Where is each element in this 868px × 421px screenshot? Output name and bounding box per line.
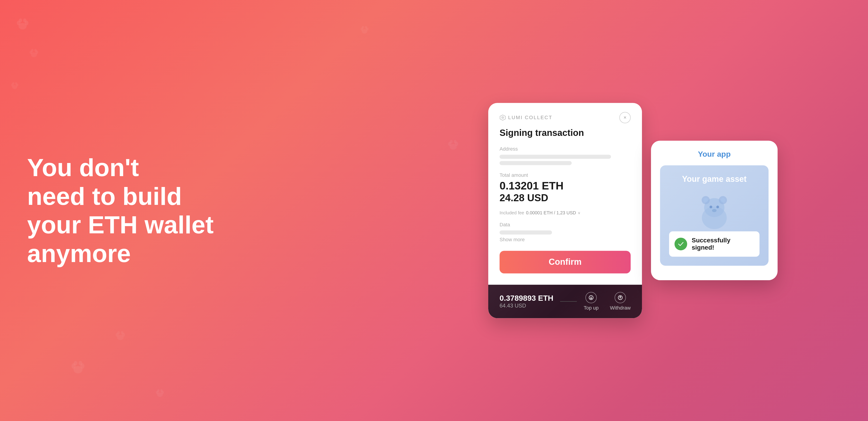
game-asset-box: Your game asset bbox=[660, 166, 769, 266]
confirm-button-label: Confirm bbox=[549, 257, 582, 267]
address-skeleton-2 bbox=[500, 161, 572, 165]
data-section: Data bbox=[500, 222, 631, 235]
balance-usd: 64.43 USD bbox=[500, 303, 553, 309]
withdraw-label: Withdraw bbox=[610, 305, 631, 311]
paw-icon-4 bbox=[68, 355, 88, 376]
data-label: Data bbox=[500, 222, 631, 228]
paw-icon-2 bbox=[27, 45, 41, 59]
confirm-button[interactable]: Confirm bbox=[500, 251, 631, 273]
hero-line3: your ETH wallet bbox=[27, 210, 214, 239]
svg-point-34 bbox=[454, 140, 457, 143]
address-label: Address bbox=[500, 146, 631, 152]
paw-icon-3 bbox=[9, 79, 20, 90]
amount-usd: 24.28 USD bbox=[500, 192, 631, 204]
game-asset-title: Your game asset bbox=[682, 175, 746, 184]
fee-label: Included fee bbox=[500, 210, 524, 215]
svg-point-9 bbox=[34, 49, 37, 52]
paw-icon-6 bbox=[154, 386, 166, 398]
withdraw-action[interactable]: Withdraw bbox=[610, 292, 631, 311]
bar-divider bbox=[560, 301, 577, 302]
svg-point-29 bbox=[160, 389, 162, 392]
svg-point-28 bbox=[157, 389, 160, 392]
bottom-bar: 0.3789893 ETH 64.43 USD Top up bbox=[488, 285, 642, 318]
bear-mascot-icon bbox=[692, 191, 737, 232]
lumi-logo: LUMI COLLECT bbox=[500, 114, 553, 121]
svg-point-8 bbox=[31, 49, 33, 52]
background: You don't need to build your ETH wallet … bbox=[0, 0, 868, 421]
svg-point-14 bbox=[15, 82, 17, 85]
svg-point-52 bbox=[710, 206, 712, 208]
topup-label: Top up bbox=[584, 305, 598, 311]
amount-section: Total amount 0.13201 ETH 24.28 USD bbox=[500, 172, 631, 204]
app-card: Your app Your game asset bbox=[651, 141, 778, 280]
svg-point-19 bbox=[79, 361, 82, 365]
paw-icon-8 bbox=[358, 23, 371, 35]
svg-point-13 bbox=[12, 82, 14, 85]
hero-line4: anymore bbox=[27, 239, 214, 268]
svg-point-18 bbox=[74, 361, 77, 365]
close-icon: × bbox=[624, 115, 627, 121]
svg-point-49 bbox=[704, 198, 708, 203]
close-button[interactable]: × bbox=[619, 112, 631, 123]
modal-body: Signing transaction Address Total amount… bbox=[488, 128, 642, 285]
lumi-logo-icon bbox=[500, 114, 506, 121]
modal-card: LUMI COLLECT × Signing transaction Addre… bbox=[488, 103, 642, 318]
hero-line1: You don't bbox=[27, 153, 214, 182]
hero-text: You don't need to build your ETH wallet … bbox=[27, 153, 214, 268]
svg-point-39 bbox=[365, 26, 367, 29]
modal-title: Signing transaction bbox=[500, 128, 631, 138]
amount-eth: 0.13201 ETH bbox=[500, 180, 631, 192]
svg-point-51 bbox=[721, 198, 725, 203]
svg-point-4 bbox=[23, 19, 26, 23]
address-section: Address bbox=[500, 146, 631, 165]
paw-icon-7 bbox=[445, 136, 461, 151]
balance-info: 0.3789893 ETH 64.43 USD bbox=[500, 294, 553, 309]
topup-icon bbox=[585, 292, 597, 303]
svg-point-24 bbox=[121, 331, 123, 334]
app-card-title: Your app bbox=[660, 150, 769, 159]
cards-container: LUMI COLLECT × Signing transaction Addre… bbox=[488, 103, 778, 318]
show-more-link[interactable]: Show more bbox=[500, 237, 631, 243]
hero-line2: need to build bbox=[27, 182, 214, 211]
svg-point-23 bbox=[117, 331, 120, 334]
success-text: Successfully signed! bbox=[692, 237, 754, 251]
svg-point-33 bbox=[450, 140, 453, 143]
success-icon bbox=[675, 238, 687, 250]
balance-eth: 0.3789893 ETH bbox=[500, 294, 553, 303]
svg-marker-41 bbox=[501, 116, 504, 119]
total-amount-label: Total amount bbox=[500, 172, 631, 178]
fee-row: Included fee 0.00001 ETH / 1,23 USD ∨ bbox=[500, 210, 631, 215]
fee-chevron-icon[interactable]: ∨ bbox=[578, 211, 581, 215]
paw-icon-1 bbox=[13, 13, 32, 32]
paw-icon-5 bbox=[113, 327, 128, 342]
bar-actions: Top up Withdraw bbox=[584, 292, 631, 311]
topup-action[interactable]: Top up bbox=[584, 292, 598, 311]
success-row: Successfully signed! bbox=[669, 232, 760, 257]
svg-point-53 bbox=[716, 206, 719, 208]
withdraw-icon bbox=[615, 292, 626, 303]
lumi-logo-text: LUMI COLLECT bbox=[508, 115, 553, 121]
svg-point-38 bbox=[362, 26, 364, 29]
data-skeleton bbox=[500, 231, 552, 235]
address-skeleton-1 bbox=[500, 155, 611, 159]
svg-point-3 bbox=[19, 19, 22, 23]
modal-header: LUMI COLLECT × bbox=[488, 103, 642, 128]
fee-value: 0.00001 ETH / 1,23 USD bbox=[526, 210, 576, 215]
svg-point-54 bbox=[712, 209, 717, 212]
